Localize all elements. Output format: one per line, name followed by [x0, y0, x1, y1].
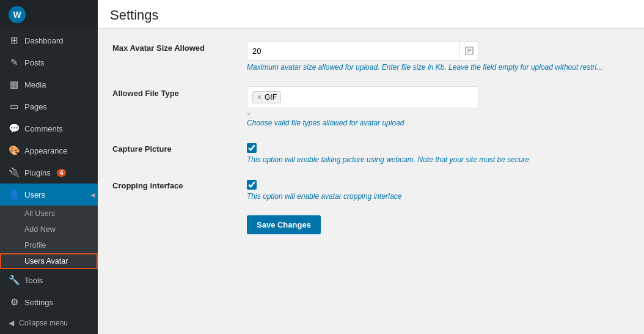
sidebar-item-dashboard[interactable]: ⊞ Dashboard	[0, 29, 98, 51]
sidebar-item-label: Posts	[24, 58, 45, 67]
plugins-badge: 4	[57, 169, 67, 177]
capture-picture-checkbox[interactable]	[247, 143, 257, 153]
collapse-icon: ◀	[9, 319, 14, 327]
sidebar-item-pages[interactable]: ▭ Pages	[0, 95, 98, 117]
sidebar-item-label: Tools	[24, 276, 43, 285]
save-control: Save Changes	[247, 215, 629, 234]
gif-tag: ✕ GIF	[252, 91, 281, 103]
gif-tag-remove[interactable]: ✕	[257, 94, 262, 102]
sidebar-item-label: Appearance	[24, 146, 67, 155]
submenu-users-avatar[interactable]: Users Avatar	[0, 253, 98, 269]
settings-form: Max Avatar Size Allowed Maximum avatar s…	[98, 29, 644, 261]
sidebar-item-settings[interactable]: ⚙ Settings	[0, 291, 98, 313]
allowed-file-type-control: ✕ GIF ↙ Choose valid file types allowed …	[247, 86, 629, 127]
resize-handle: ↙	[247, 109, 629, 116]
page-header: Settings	[98, 0, 644, 29]
sidebar-item-plugins[interactable]: 🔌 Plugins 4	[0, 161, 98, 184]
users-icon: 👤	[9, 189, 20, 200]
sidebar-item-label: Dashboard	[24, 36, 64, 45]
sidebar-logo[interactable]: W	[0, 0, 98, 29]
capture-picture-hint: This option will enable taking picture u…	[247, 155, 629, 164]
tools-icon: 🔧	[9, 275, 20, 286]
appearance-icon: 🎨	[9, 145, 20, 156]
cropping-interface-hint: This option will enable avatar cropping …	[247, 192, 629, 201]
sidebar-item-label: Plugins	[24, 168, 51, 177]
capture-picture-checkbox-row	[247, 142, 629, 153]
settings-icon: ⚙	[9, 297, 20, 308]
capture-picture-row: Capture Picture This option will enable …	[112, 142, 629, 164]
sidebar-item-label: Media	[24, 80, 46, 89]
max-avatar-label: Max Avatar Size Allowed	[112, 41, 235, 53]
cropping-interface-control: This option will enable avatar cropping …	[247, 179, 629, 201]
comments-icon: 💬	[9, 123, 20, 134]
posts-icon: ✎	[9, 57, 20, 68]
allowed-file-type-hint: Choose valid file types allowed for avat…	[247, 119, 629, 127]
sidebar-item-label: Pages	[24, 102, 47, 111]
main-content: Settings Max Avatar Size Allowed	[98, 0, 644, 334]
save-row: Save Changes	[112, 215, 629, 234]
users-arrow	[90, 184, 98, 206]
max-avatar-row: Max Avatar Size Allowed Maximum avatar s…	[112, 41, 629, 72]
users-submenu: All Users Add New Profile Users Avatar	[0, 206, 98, 269]
max-avatar-hint: Maximum avatar size allowed for upload. …	[247, 63, 629, 72]
collapse-label: Collapse menu	[19, 319, 68, 327]
max-avatar-input-wrapper	[247, 41, 479, 61]
allowed-file-type-label: Allowed File Type	[112, 86, 235, 98]
wp-logo-icon: W	[9, 6, 26, 23]
save-spacer	[112, 215, 235, 218]
sidebar-item-comments[interactable]: 💬 Comments	[0, 117, 98, 139]
max-avatar-input-icon	[459, 42, 478, 60]
submenu-add-new[interactable]: Add New	[0, 221, 98, 237]
gif-tag-label: GIF	[265, 93, 277, 102]
sidebar-item-label: Comments	[24, 124, 63, 133]
file-type-tag-input[interactable]: ✕ GIF	[247, 86, 479, 108]
plugins-icon: 🔌	[9, 167, 20, 178]
page-title: Settings	[110, 7, 632, 23]
allowed-file-type-row: Allowed File Type ✕ GIF ↙ Choose valid f…	[112, 86, 629, 127]
submenu-all-users[interactable]: All Users	[0, 206, 98, 221]
sidebar-item-users[interactable]: 👤 Users	[0, 184, 98, 206]
sidebar-item-appearance[interactable]: 🎨 Appearance	[0, 139, 98, 161]
save-button[interactable]: Save Changes	[247, 215, 321, 234]
dashboard-icon: ⊞	[9, 35, 20, 46]
sidebar-item-label: Users	[24, 190, 45, 199]
sidebar-item-posts[interactable]: ✎ Posts	[0, 51, 98, 73]
sidebar-item-tools[interactable]: 🔧 Tools	[0, 269, 98, 291]
cropping-interface-checkbox[interactable]	[247, 180, 257, 190]
capture-picture-control: This option will enable taking picture u…	[247, 142, 629, 164]
pages-icon: ▭	[9, 101, 20, 112]
cropping-interface-row: Cropping interface This option will enab…	[112, 179, 629, 201]
cropping-interface-checkbox-row	[247, 179, 629, 190]
media-icon: ▦	[9, 79, 20, 90]
capture-picture-label: Capture Picture	[112, 142, 235, 154]
cropping-interface-label: Cropping interface	[112, 179, 235, 190]
max-avatar-control: Maximum avatar size allowed for upload. …	[247, 41, 629, 72]
sidebar-item-label: Settings	[24, 298, 53, 307]
sidebar-item-media[interactable]: ▦ Media	[0, 73, 98, 95]
sidebar-collapse[interactable]: ◀ Collapse menu	[0, 313, 98, 333]
max-avatar-input[interactable]	[247, 46, 459, 56]
sidebar: W ⊞ Dashboard ✎ Posts ▦ Media ▭ Pages 💬 …	[0, 0, 98, 334]
submenu-profile[interactable]: Profile	[0, 237, 98, 253]
